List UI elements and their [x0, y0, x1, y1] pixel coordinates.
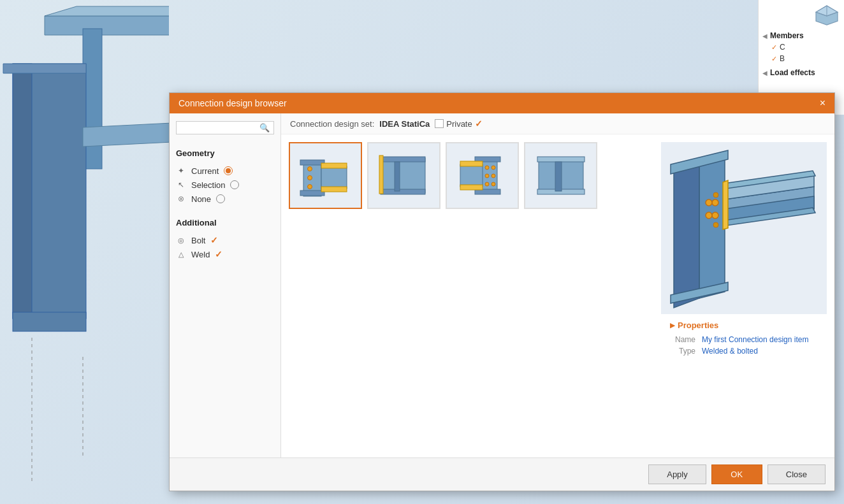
private-checkbox-box[interactable] [435, 119, 444, 128]
prop-row-type: Type Welded & bolted [670, 347, 818, 356]
properties-title: Properties [670, 320, 818, 330]
search-box[interactable]: 🔍 [176, 121, 274, 134]
svg-point-58 [706, 199, 712, 206]
ok-button[interactable]: OK [711, 464, 762, 484]
current-icon [176, 166, 186, 176]
sidebar: 🔍 Geometry Current Selection [170, 113, 281, 457]
thumb-svg-3 [454, 148, 511, 203]
prop-name-value: My first Connection design item [702, 335, 818, 344]
preview-panel: Properties Name My first Connection desi… [661, 142, 827, 450]
svg-marker-45 [699, 152, 725, 298]
svg-rect-18 [321, 166, 347, 189]
svg-rect-42 [537, 157, 585, 162]
svg-point-61 [713, 222, 718, 227]
3d-view-icon [813, 3, 840, 27]
additional-section-title: Additional [176, 218, 274, 227]
svg-point-38 [491, 166, 495, 169]
prop-row-name: Name My first Connection design item [670, 335, 818, 344]
tree-b-label: B [780, 54, 785, 63]
search-icon: 🔍 [259, 123, 270, 133]
thumb-card-3[interactable] [446, 142, 519, 209]
private-checkbox[interactable]: Private ✓ [435, 119, 482, 129]
tree-section-load-effects: ◀ Load effects [762, 67, 840, 78]
svg-point-60 [713, 192, 718, 198]
selection-radio[interactable] [230, 180, 239, 189]
thumb-svg-2 [375, 148, 433, 203]
svg-rect-34 [460, 185, 483, 190]
radio-item-none[interactable]: None [176, 194, 274, 204]
thumb-svg-4 [532, 148, 590, 203]
tree-check-b: ✓ [771, 55, 777, 63]
tree-check-c: ✓ [771, 43, 777, 52]
svg-point-35 [485, 166, 489, 169]
radio-item-selection[interactable]: Selection [176, 180, 274, 190]
set-name-value: IDEA StatiCa [379, 119, 430, 129]
tree-item-b: ✓ B [771, 53, 840, 64]
svg-marker-46 [674, 158, 699, 308]
connection-header: Connection design set: IDEA StatiCa Priv… [281, 113, 834, 134]
weld-icon [176, 249, 186, 259]
connection-design-set-label: Connection design set: [290, 119, 374, 129]
svg-rect-24 [381, 158, 425, 193]
prop-name-label: Name [670, 335, 695, 344]
svg-rect-20 [321, 187, 347, 192]
dialog-title: Connection design browser [178, 98, 287, 108]
svg-rect-26 [381, 189, 425, 194]
tree-members-label: Members [770, 31, 804, 40]
additional-item-bolt[interactable]: Bolt ✓ [176, 235, 274, 245]
dialog-close-button[interactable]: × [820, 98, 826, 108]
connection-design-browser-dialog: Connection design browser × 🔍 Geometry C… [169, 92, 835, 491]
tree-load-label: Load effects [770, 68, 815, 77]
bolt-icon [176, 235, 186, 245]
none-icon [176, 194, 186, 204]
thumb-card-4[interactable] [524, 142, 597, 209]
prop-type-label: Type [670, 347, 695, 356]
thumbnails-grid [289, 142, 653, 450]
bolt-label: Bolt [191, 236, 205, 245]
svg-marker-55 [723, 180, 728, 229]
svg-point-22 [307, 176, 312, 180]
tree-item-c: ✓ C [771, 41, 840, 53]
thumb-card-2[interactable] [367, 142, 440, 209]
tree-section-members: ◀ Members [762, 30, 840, 41]
svg-rect-17 [300, 191, 324, 196]
grid-area: Properties Name My first Connection desi… [281, 134, 834, 457]
properties-section: Properties Name My first Connection desi… [661, 314, 827, 364]
svg-point-21 [307, 167, 312, 171]
close-button[interactable]: Close [768, 464, 826, 484]
private-label: Private [446, 119, 472, 129]
svg-rect-28 [379, 155, 383, 194]
preview-3d-svg [667, 145, 820, 311]
svg-rect-44 [555, 162, 562, 191]
tree-c-label: C [780, 43, 785, 52]
content-area: Connection design set: IDEA StatiCa Priv… [281, 113, 834, 457]
geometry-radio-group: Current Selection None [176, 166, 274, 204]
apply-button[interactable]: Apply [648, 464, 706, 484]
geometry-section-title: Geometry [176, 148, 274, 158]
search-input[interactable] [180, 124, 259, 133]
private-check: ✓ [475, 119, 483, 129]
preview-3d [661, 142, 827, 314]
radio-item-current[interactable]: Current [176, 166, 274, 176]
svg-rect-27 [395, 162, 400, 191]
svg-point-59 [706, 212, 712, 219]
current-radio[interactable] [224, 166, 233, 175]
tree-arrow-members: ◀ [762, 32, 768, 40]
none-radio[interactable] [216, 194, 225, 203]
thumb-svg-1 [297, 148, 354, 203]
svg-rect-32 [460, 164, 483, 187]
additional-group: Bolt ✓ Weld ✓ [176, 235, 274, 259]
additional-item-weld[interactable]: Weld ✓ [176, 249, 274, 259]
svg-point-57 [712, 212, 718, 219]
none-label: None [191, 194, 211, 204]
selection-label: Selection [191, 180, 225, 190]
svg-point-23 [307, 185, 312, 189]
thumb-card-1[interactable] [289, 142, 362, 209]
svg-rect-16 [300, 160, 324, 165]
svg-point-36 [485, 174, 489, 178]
weld-label: Weld [191, 250, 210, 259]
current-label: Current [191, 166, 219, 176]
selection-icon [176, 180, 186, 190]
svg-rect-19 [321, 163, 347, 168]
bolt-check: ✓ [210, 235, 218, 245]
